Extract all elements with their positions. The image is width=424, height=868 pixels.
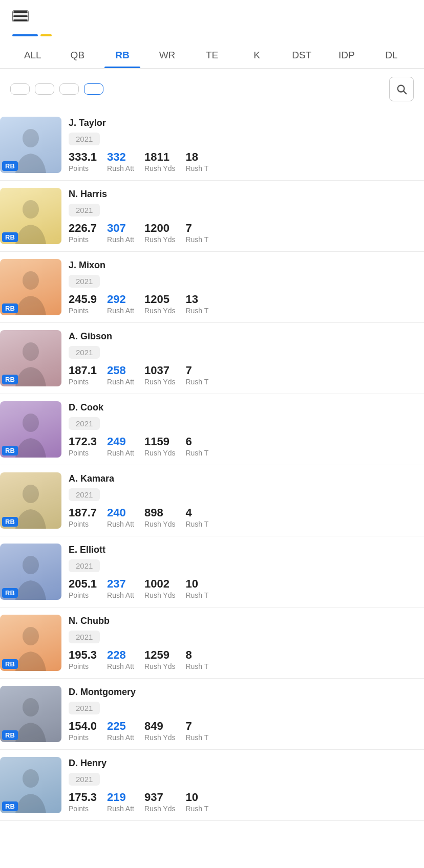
- rush-yds-value: 1002: [144, 577, 169, 591]
- tab-k[interactable]: K: [235, 46, 280, 68]
- position-badge: RB: [2, 588, 18, 598]
- player-row[interactable]: RB N. Harris 2021 226.7 Points 307 Rush …: [0, 181, 424, 252]
- stat-rush-td: 10 Rush T: [185, 791, 208, 813]
- rush-td-label: Rush T: [185, 449, 208, 457]
- rush-att-label: Rush Att: [107, 164, 134, 172]
- stat-rush-att: 228 Rush Att: [107, 648, 134, 670]
- tab-dl[interactable]: DL: [369, 46, 414, 68]
- rush-td-value: 7: [185, 720, 192, 733]
- draft-filter-button[interactable]: [10, 83, 30, 95]
- year-badge: 2021: [69, 631, 100, 643]
- stat-points: 333.1 Points: [69, 150, 97, 172]
- experts-filter-button[interactable]: [59, 83, 79, 95]
- tab-idp[interactable]: IDP: [324, 46, 369, 68]
- tab-te[interactable]: TE: [189, 46, 235, 68]
- player-info: N. Harris 2021 226.7 Points 307 Rush Att…: [69, 189, 416, 244]
- points-label: Points: [69, 520, 89, 528]
- player-row[interactable]: RB D. Cook 2021 172.3 Points 249 Rush At…: [0, 394, 424, 465]
- player-row[interactable]: RB A. Kamara 2021 187.7 Points 240 Rush …: [0, 465, 424, 536]
- stat-rush-td: 18 Rush T: [185, 150, 208, 172]
- player-name: A. Gibson: [69, 331, 416, 342]
- rush-att-label: Rush Att: [107, 591, 134, 599]
- stat-rush-td: 7 Rush T: [185, 364, 208, 386]
- tab-rb[interactable]: RB: [100, 46, 145, 68]
- rush-att-value: 228: [107, 648, 126, 662]
- year-badge: 2021: [69, 204, 100, 216]
- rush-yds-label: Rush Yds: [144, 805, 175, 813]
- svg-point-8: [23, 556, 39, 574]
- player-list: RB J. Taylor 2021 333.1 Points 332 Rush …: [0, 110, 424, 821]
- rush-att-label: Rush Att: [107, 378, 134, 386]
- stat-rush-yds: 1002 Rush Yds: [144, 577, 175, 599]
- svg-point-7: [23, 485, 39, 503]
- position-badge: RB: [2, 161, 18, 171]
- rush-yds-label: Rush Yds: [144, 662, 175, 670]
- rush-td-value: 8: [185, 648, 192, 662]
- player-info: A. Kamara 2021 187.7 Points 240 Rush Att…: [69, 473, 416, 528]
- player-info: J. Mixon 2021 245.9 Points 292 Rush Att …: [69, 260, 416, 315]
- stat-points: 226.7 Points: [69, 222, 97, 244]
- position-tabs: ALL QB RB WR TE K DST IDP DL: [0, 39, 424, 69]
- player-row[interactable]: RB E. Elliott 2021 205.1 Points 237 Rush…: [0, 536, 424, 607]
- avatar-area: RB: [0, 401, 61, 458]
- tab-dst[interactable]: DST: [279, 46, 324, 68]
- year-badge: 2021: [69, 417, 100, 430]
- player-info: D. Montgomery 2021 154.0 Points 225 Rush…: [69, 687, 416, 742]
- stat-points: 175.3 Points: [69, 791, 97, 813]
- stat-rush-td: 10 Rush T: [185, 577, 208, 599]
- position-badge: RB: [2, 303, 18, 313]
- avatar-area: RB: [0, 686, 61, 742]
- rush-att-filter-button[interactable]: [84, 83, 103, 95]
- search-button[interactable]: [389, 77, 414, 101]
- points-value: 175.3: [69, 791, 97, 804]
- player-row[interactable]: RB J. Mixon 2021 245.9 Points 292 Rush A…: [0, 252, 424, 323]
- svg-point-11: [23, 769, 39, 788]
- rush-td-value: 13: [185, 293, 198, 306]
- player-row[interactable]: RB A. Gibson 2021 187.1 Points 258 Rush …: [0, 323, 424, 394]
- player-row[interactable]: RB D. Montgomery 2021 154.0 Points 225 R…: [0, 679, 424, 750]
- rush-att-value: 225: [107, 720, 126, 733]
- rush-td-label: Rush T: [185, 520, 208, 528]
- position-badge: RB: [2, 375, 18, 384]
- stat-points: 205.1 Points: [69, 577, 97, 599]
- player-row[interactable]: RB N. Chubb 2021 195.3 Points 228 Rush A…: [0, 607, 424, 679]
- player-row[interactable]: RB J. Taylor 2021 333.1 Points 332 Rush …: [0, 110, 424, 181]
- player-name: N. Chubb: [69, 616, 416, 626]
- points-label: Points: [69, 307, 89, 315]
- stat-rush-yds: 1205 Rush Yds: [144, 293, 175, 315]
- player-name: E. Elliott: [69, 545, 416, 555]
- svg-point-2: [23, 129, 39, 147]
- position-badge: RB: [2, 232, 18, 242]
- stat-rush-att: 292 Rush Att: [107, 293, 134, 315]
- rush-yds-value: 1037: [144, 364, 169, 377]
- rush-td-label: Rush T: [185, 733, 208, 742]
- standard-filter-button[interactable]: [35, 83, 54, 95]
- points-value: 154.0: [69, 720, 97, 733]
- stat-rush-att: 258 Rush Att: [107, 364, 134, 386]
- avatar-area: RB: [0, 117, 61, 173]
- tab-wr[interactable]: WR: [145, 46, 190, 68]
- rush-yds-value: 849: [144, 720, 163, 733]
- player-row[interactable]: RB D. Henry 2021 175.3 Points 219 Rush A…: [0, 750, 424, 821]
- rush-yds-label: Rush Yds: [144, 733, 175, 742]
- page-title-section: [0, 27, 424, 39]
- rush-att-value: 258: [107, 364, 126, 377]
- stat-rush-td: 7 Rush T: [185, 720, 208, 742]
- stats-row: 187.7 Points 240 Rush Att 898 Rush Yds 4…: [69, 506, 416, 528]
- stat-points: 187.7 Points: [69, 506, 97, 528]
- points-value: 226.7: [69, 222, 97, 235]
- stat-rush-yds: 937 Rush Yds: [144, 791, 175, 813]
- menu-button[interactable]: [12, 10, 29, 22]
- stats-row: 175.3 Points 219 Rush Att 937 Rush Yds 1…: [69, 791, 416, 813]
- stat-rush-yds: 1200 Rush Yds: [144, 222, 175, 244]
- stat-rush-yds: 898 Rush Yds: [144, 506, 175, 528]
- tab-qb[interactable]: QB: [55, 46, 100, 68]
- rush-yds-label: Rush Yds: [144, 591, 175, 599]
- rush-att-label: Rush Att: [107, 520, 134, 528]
- tab-all[interactable]: ALL: [10, 46, 55, 68]
- avatar-area: RB: [0, 330, 61, 386]
- stat-rush-td: 8 Rush T: [185, 648, 208, 670]
- stat-points: 195.3 Points: [69, 648, 97, 670]
- rush-td-label: Rush T: [185, 591, 208, 599]
- rush-yds-label: Rush Yds: [144, 235, 175, 244]
